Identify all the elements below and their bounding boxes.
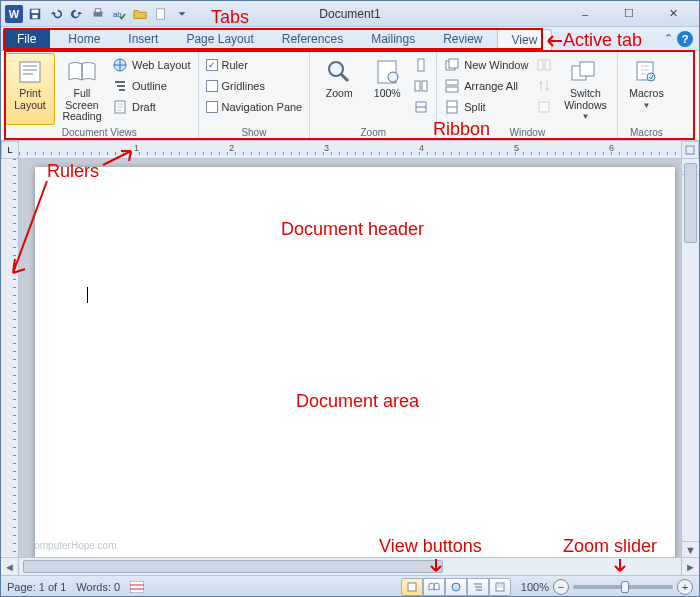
group-zoom: Zoom 100% Zoom [310,51,437,140]
arrange-all-icon [444,78,460,94]
zoom-slider-knob[interactable] [621,581,629,593]
ruler-checkbox[interactable]: ✓Ruler [203,55,306,75]
watermark: ComputerHope.com [27,540,116,551]
tab-selector[interactable]: L [1,141,19,159]
full-screen-reading-button[interactable]: Full Screen Reading [57,53,107,125]
switch-windows-button[interactable]: Switch Windows ▼ [557,53,613,125]
split-icon [444,99,460,115]
outline-button[interactable]: Outline [109,76,194,96]
scroll-right-icon[interactable]: ► [681,558,699,575]
hscroll-thumb[interactable] [23,560,443,573]
svg-rect-9 [23,69,37,71]
svg-rect-31 [580,62,594,76]
status-page[interactable]: Page: 1 of 1 [7,581,66,593]
zoom-slider[interactable] [573,585,673,589]
zoom-button[interactable]: Zoom [314,53,364,125]
tab-insert[interactable]: Insert [114,28,172,50]
close-button[interactable]: ✕ [651,3,695,25]
spellcheck-icon[interactable]: ab [110,5,128,23]
open-icon[interactable] [131,5,149,23]
page-100-icon [371,58,403,86]
view-side-by-side-button[interactable] [533,55,555,75]
horizontal-scrollbar[interactable]: ◄ ► [1,557,699,575]
group-label-zoom: Zoom [360,127,386,138]
tab-file[interactable]: File [3,28,50,50]
svg-rect-10 [23,73,33,75]
status-bar: Page: 1 of 1 Words: 0 100% − + [1,575,699,597]
quick-access-toolbar: W ab [5,5,191,23]
tab-references[interactable]: References [268,28,357,50]
svg-point-16 [388,72,398,82]
sync-scroll-button[interactable] [533,76,555,96]
minimize-button[interactable]: – [563,3,607,25]
view-print-layout-button[interactable] [401,578,423,596]
two-pages-icon [413,78,429,94]
undo-icon[interactable] [47,5,65,23]
print-layout-button[interactable]: Print Layout [5,53,55,125]
tab-review[interactable]: Review [429,28,496,50]
status-words[interactable]: Words: 0 [76,581,120,593]
web-layout-button[interactable]: Web Layout [109,55,194,75]
magnifier-icon [323,58,355,86]
ruler-toggle[interactable] [681,141,699,159]
book-icon [66,58,98,86]
scroll-left-icon[interactable]: ◄ [1,558,19,575]
split-button[interactable]: Split [441,97,531,117]
tab-view[interactable]: View [497,29,553,51]
switch-windows-icon [569,58,601,86]
draft-icon [112,99,128,115]
reset-window-button[interactable] [533,97,555,117]
redo-icon[interactable] [68,5,86,23]
horizontal-ruler-row: L 1 2 3 4 5 6 [1,141,699,159]
save-icon[interactable] [26,5,44,23]
svg-rect-22 [449,59,458,68]
maximize-button[interactable]: ☐ [607,3,651,25]
checkbox-checked-icon: ✓ [206,59,218,71]
new-icon[interactable] [152,5,170,23]
svg-point-13 [329,62,343,76]
scroll-thumb[interactable] [684,163,697,243]
two-pages-button[interactable] [410,76,432,96]
vertical-scrollbar[interactable]: ▲ ▼ [681,159,699,557]
help-icon[interactable]: ? [677,31,693,47]
ribbon-tabs: File Home Insert Page Layout References … [1,27,699,51]
group-window: New Window Arrange All Split Switch Wind… [437,51,618,140]
navigation-pane-checkbox[interactable]: Navigation Pane [203,97,306,117]
zoom-in-button[interactable]: + [677,579,693,595]
view-web-layout-button[interactable] [445,578,467,596]
arrange-all-button[interactable]: Arrange All [441,76,531,96]
new-window-button[interactable]: New Window [441,55,531,75]
horizontal-ruler[interactable]: 1 2 3 4 5 6 [19,141,681,159]
tab-home[interactable]: Home [54,28,114,50]
page-area[interactable]: ComputerHope.com [19,159,681,557]
view-full-screen-button[interactable] [423,578,445,596]
view-draft-button[interactable] [489,578,511,596]
checkbox-icon [206,80,218,92]
zoom-percent[interactable]: 100% [521,581,549,593]
view-outline-button[interactable] [467,578,489,596]
gridlines-checkbox[interactable]: Gridlines [203,76,306,96]
language-icon[interactable] [130,581,144,593]
zoom-100-button[interactable]: 100% [366,53,408,125]
qat-dropdown-icon[interactable] [173,5,191,23]
tab-page-layout[interactable]: Page Layout [172,28,267,50]
ribbon: Print Layout Full Screen Reading Web Lay… [1,51,699,141]
macros-button[interactable]: Macros ▼ [622,53,670,125]
print-preview-icon[interactable] [89,5,107,23]
chevron-down-icon: ▼ [642,102,650,111]
minimize-ribbon-icon[interactable]: ⌃ [664,32,673,45]
tab-mailings[interactable]: Mailings [357,28,429,50]
group-label-macros: Macros [630,127,663,138]
svg-rect-28 [545,60,550,70]
page-width-button[interactable] [410,97,432,117]
zoom-out-button[interactable]: − [553,579,569,595]
checkbox-icon [206,101,218,113]
one-page-button[interactable] [410,55,432,75]
svg-rect-23 [446,80,458,85]
draft-button[interactable]: Draft [109,97,194,117]
scroll-down-icon[interactable]: ▼ [682,541,699,557]
document-page[interactable] [35,167,675,557]
vertical-ruler[interactable] [1,159,19,557]
side-by-side-icon [536,57,552,73]
hscroll-track[interactable] [19,558,681,575]
